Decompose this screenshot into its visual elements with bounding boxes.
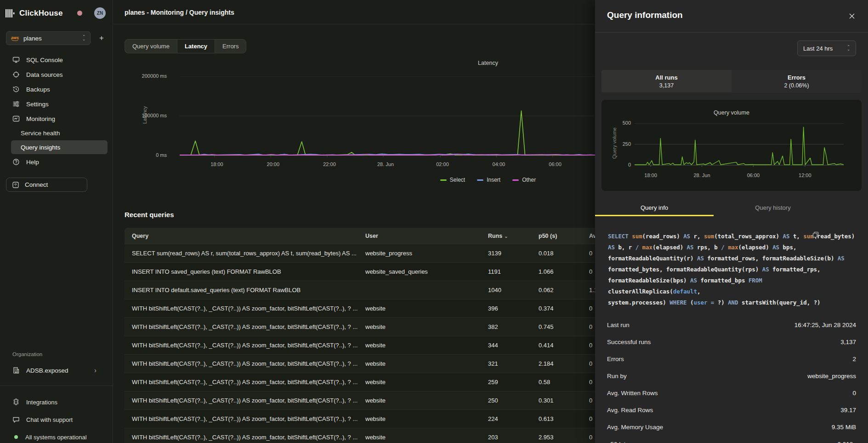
time-range-select[interactable]: Last 24 hrs ⌃⌄: [797, 40, 856, 56]
sidebar-item-label: Help: [26, 159, 39, 166]
legend-item-select[interactable]: Select: [440, 177, 465, 183]
metric-tabs: Query volume Latency Errors: [125, 39, 246, 53]
avatar[interactable]: ZN: [94, 7, 106, 19]
tab-query-info[interactable]: Query info: [595, 201, 714, 216]
sort-desc-icon: ⌄: [504, 234, 508, 239]
stat-row: Run bywebsite_progress: [607, 368, 856, 385]
query-volume-y-axis-label: Query volume: [612, 120, 617, 166]
y-tick-label: 100000 ms: [142, 113, 167, 118]
x-tick-label: 18:00: [199, 161, 235, 167]
stat-row: Errors2: [607, 351, 856, 368]
table-row[interactable]: WITH bitShiftLeft(CAST(?..), _CAST(?..))…: [125, 373, 627, 391]
sidebar-item-data-sources[interactable]: Data sources: [0, 67, 113, 82]
sidebar-item-service-health[interactable]: Service health: [0, 126, 113, 140]
y-tick-label: 0: [628, 162, 631, 167]
table-row[interactable]: INSERT INTO default.saved_queries (text)…: [125, 281, 627, 299]
table-row[interactable]: WITH bitShiftLeft(CAST(?..), _CAST(?..))…: [125, 354, 627, 373]
breadcrumb: planes - Monitoring / Query insights: [125, 9, 234, 16]
sidebar-item-integrations[interactable]: Integrations: [0, 395, 113, 409]
x-tick-label: 20:00: [255, 161, 291, 167]
tab-query-history[interactable]: Query history: [714, 201, 832, 216]
summary-tab-errors[interactable]: Errors 2 (0.06%): [732, 70, 862, 92]
service-name: planes: [23, 35, 78, 42]
backups-icon: [12, 86, 20, 93]
system-status[interactable]: All systems operational: [0, 430, 113, 443]
table-row[interactable]: WITH bitShiftLeft(CAST(?..), _CAST(?..))…: [125, 428, 627, 443]
sidebar-item-chat-support[interactable]: Chat with support: [0, 413, 113, 426]
add-service-button[interactable]: +: [96, 32, 108, 44]
table-row[interactable]: WITH bitShiftLeft(CAST(?..), _CAST(?..))…: [125, 336, 627, 354]
x-tick-label: 04:00: [480, 161, 517, 167]
table-row[interactable]: WITH bitShiftLeft(CAST(?..), _CAST(?..))…: [125, 317, 627, 336]
close-icon[interactable]: [848, 12, 856, 20]
copy-icon[interactable]: [812, 231, 819, 238]
col-runs[interactable]: Runs⌄: [481, 233, 531, 239]
notification-dot[interactable]: [77, 11, 82, 16]
tab-query-volume[interactable]: Query volume: [125, 40, 177, 53]
sidebar-item-help[interactable]: Help: [0, 155, 113, 169]
col-user[interactable]: User: [358, 233, 481, 239]
organization-item[interactable]: ADSB.exposed ›: [0, 363, 113, 377]
connect-icon: [12, 181, 19, 189]
tab-latency[interactable]: Latency: [177, 40, 215, 53]
x-tick-label: 28. Jun: [367, 161, 404, 167]
summary-value: 2 (0.06%): [784, 82, 809, 89]
y-tick-label: 250: [623, 141, 631, 147]
y-tick-label: 0 ms: [156, 152, 167, 158]
sidebar-item-monitoring[interactable]: Monitoring: [0, 111, 113, 126]
sidebar-nav: SQL Console Data sources Backups Setting…: [0, 52, 113, 169]
sql-code-line: formatReadableSize(bps) AS formatted_bps…: [608, 275, 856, 297]
stat-row: Avg. Memory Usage9.35 MiB: [607, 419, 856, 436]
table-row[interactable]: INSERT INTO saved_queries (text) FORMAT …: [125, 262, 627, 281]
data-sources-icon: [12, 71, 20, 78]
sidebar-item-label: Backups: [26, 86, 50, 93]
sql-code-line: system.processes) WHERE (user = ?) AND s…: [608, 297, 856, 308]
x-tick-label: 06:00: [537, 161, 573, 167]
query-volume-card: Query volume Query volume 0250500 18:002…: [601, 100, 862, 191]
table-row[interactable]: SELECT sum(read_rows) AS r, sum(total_ro…: [125, 244, 627, 262]
sidebar-item-label: SQL Console: [26, 57, 63, 63]
time-range-value: Last 24 hrs: [803, 45, 833, 52]
legend-item-other[interactable]: Other: [512, 177, 536, 183]
sidebar-item-sql-console[interactable]: SQL Console: [0, 52, 113, 67]
settings-sliders-icon: [12, 100, 20, 108]
sql-code-block[interactable]: SELECT sum(read_rows) AS r, sum(total_ro…: [608, 231, 856, 308]
recent-queries-title: Recent queries: [125, 211, 174, 219]
table-row[interactable]: WITH bitShiftLeft(CAST(?..), _CAST(?..))…: [125, 409, 627, 428]
tab-errors[interactable]: Errors: [215, 40, 246, 53]
chat-bubble-icon: [12, 416, 20, 423]
x-tick-label: 28. Jun: [686, 173, 718, 178]
sidebar-item-settings[interactable]: Settings: [0, 97, 113, 111]
y-tick-label: 500: [623, 120, 631, 126]
connect-button[interactable]: Connect: [6, 178, 87, 192]
chevron-updown-icon: ⌃⌄: [847, 46, 850, 51]
legend-dash-other: [512, 179, 519, 181]
sidebar-item-label: Settings: [26, 101, 49, 108]
status-dot-icon: [14, 435, 18, 439]
y-tick-label: 200000 ms: [142, 73, 167, 79]
query-volume-chart[interactable]: [635, 123, 844, 170]
query-stats: Last run16:47:25, Jun 28 2024 Successful…: [607, 316, 856, 443]
stat-row: Avg. Written Rows0: [607, 385, 856, 402]
sidebar-item-backups[interactable]: Backups: [0, 82, 113, 97]
summary-tab-all-runs[interactable]: All runs 3,137: [601, 70, 732, 92]
chevron-right-icon: ›: [94, 367, 96, 374]
table-row[interactable]: WITH bitShiftLeft(CAST(?..), _CAST(?..))…: [125, 391, 627, 409]
info-tabs: Query info Query history: [595, 201, 868, 216]
monitoring-icon: [12, 115, 20, 122]
service-selector[interactable]: aws planes ⌃⌄: [6, 31, 91, 45]
col-p50[interactable]: p50 (s): [531, 233, 582, 239]
footer-item-label: Integrations: [26, 399, 57, 406]
table-row[interactable]: WITH bitShiftLeft(CAST(?..), _CAST(?..))…: [125, 299, 627, 317]
legend-label: Insert: [487, 177, 500, 183]
legend-item-insert[interactable]: Insert: [477, 177, 500, 183]
x-tick-label: 06:00: [737, 173, 769, 178]
legend-dash-select: [440, 179, 447, 181]
aws-icon: aws: [11, 35, 19, 41]
col-query[interactable]: Query: [125, 233, 358, 239]
brand-logo[interactable]: ClickHouse: [6, 6, 63, 20]
legend-dash-insert: [477, 179, 483, 181]
summary-tabs: All runs 3,137 Errors 2 (0.06%): [601, 70, 862, 92]
x-tick-label: 18:00: [635, 173, 667, 178]
sidebar-item-query-insights[interactable]: Query insights: [11, 140, 108, 154]
